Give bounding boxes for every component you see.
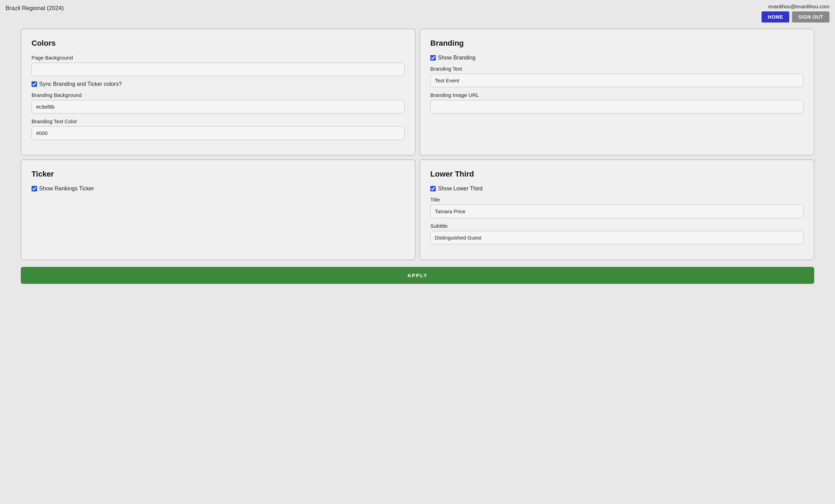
apply-button[interactable]: APPLY: [21, 267, 814, 284]
show-lower-third-row: Show Lower Third: [430, 186, 803, 192]
branding-background-label: Branding Background: [32, 92, 405, 98]
sync-checkbox[interactable]: [32, 81, 37, 87]
branding-card-title: Branding: [430, 39, 803, 48]
colors-card: Colors Page Background Sync Branding and…: [21, 29, 415, 155]
show-branding-row: Show Branding: [430, 55, 803, 61]
user-email: evanlihou@evanlihou.com: [768, 3, 829, 9]
branding-image-url-label: Branding Image URL: [430, 92, 803, 98]
sync-checkbox-label[interactable]: Sync Branding and Ticker colors?: [39, 81, 122, 87]
signout-button[interactable]: SIGN OUT: [792, 11, 829, 22]
colors-card-title: Colors: [32, 39, 405, 48]
branding-text-color-label: Branding Text Color: [32, 118, 405, 124]
branding-text-label: Branding Text: [430, 66, 803, 72]
show-rankings-row: Show Rankings Ticker: [32, 186, 405, 192]
top-buttons: HOME SIGN OUT: [762, 11, 829, 22]
lower-third-subtitle-input[interactable]: [430, 231, 803, 244]
show-lower-third-label[interactable]: Show Lower Third: [438, 186, 483, 192]
lower-third-subtitle-label: Subtitle: [430, 223, 803, 229]
branding-background-input[interactable]: [32, 100, 405, 114]
branding-card: Branding Show Branding Branding Text Bra…: [420, 29, 814, 155]
show-rankings-checkbox[interactable]: [32, 186, 37, 191]
ticker-card-title: Ticker: [32, 170, 405, 179]
lower-third-card-title: Lower Third: [430, 170, 803, 179]
show-branding-checkbox[interactable]: [430, 55, 436, 61]
cards-grid: Colors Page Background Sync Branding and…: [21, 29, 814, 260]
top-bar: Brazil Regional (2024) evanlihou@evanlih…: [0, 0, 835, 25]
branding-text-color-input[interactable]: [32, 126, 405, 140]
top-right: evanlihou@evanlihou.com HOME SIGN OUT: [762, 3, 829, 22]
show-branding-label[interactable]: Show Branding: [438, 55, 476, 61]
show-lower-third-checkbox[interactable]: [430, 186, 436, 191]
lower-third-card: Lower Third Show Lower Third Title Subti…: [420, 160, 814, 260]
show-rankings-label[interactable]: Show Rankings Ticker: [39, 186, 94, 192]
main-content: Colors Page Background Sync Branding and…: [0, 25, 835, 291]
lower-third-title-input[interactable]: [430, 205, 803, 218]
sync-checkbox-row: Sync Branding and Ticker colors?: [32, 81, 405, 87]
home-button[interactable]: HOME: [762, 11, 789, 22]
app-title: Brazil Regional (2024): [6, 3, 64, 12]
branding-text-input[interactable]: [430, 74, 803, 87]
lower-third-title-label: Title: [430, 197, 803, 202]
ticker-card: Ticker Show Rankings Ticker: [21, 160, 415, 260]
branding-image-url-input[interactable]: [430, 100, 803, 114]
page-background-input[interactable]: [32, 63, 405, 76]
page-background-label: Page Background: [32, 55, 405, 61]
